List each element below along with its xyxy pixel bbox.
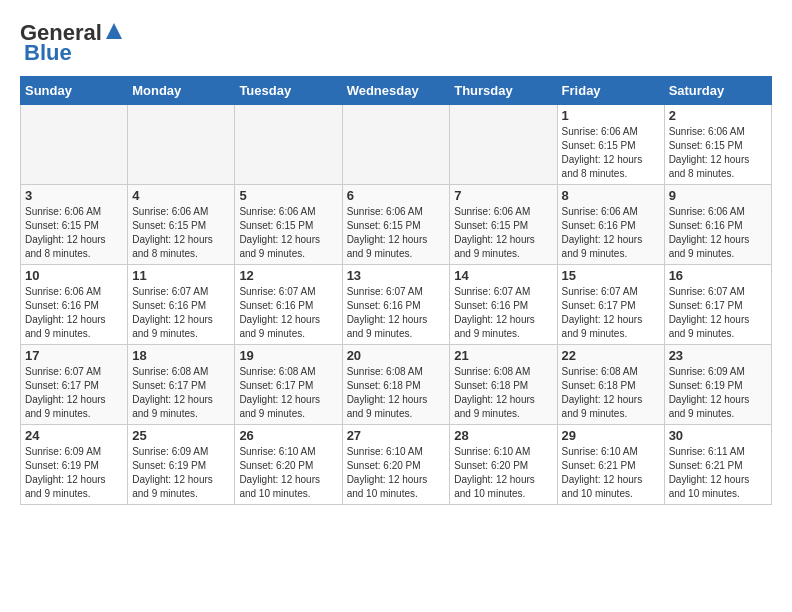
weekday-header-friday: Friday <box>557 77 664 105</box>
calendar-cell: 3Sunrise: 6:06 AM Sunset: 6:15 PM Daylig… <box>21 185 128 265</box>
calendar-cell: 13Sunrise: 6:07 AM Sunset: 6:16 PM Dayli… <box>342 265 450 345</box>
day-info: Sunrise: 6:09 AM Sunset: 6:19 PM Dayligh… <box>25 445 123 501</box>
calendar-cell: 6Sunrise: 6:06 AM Sunset: 6:15 PM Daylig… <box>342 185 450 265</box>
day-info: Sunrise: 6:10 AM Sunset: 6:20 PM Dayligh… <box>454 445 552 501</box>
day-info: Sunrise: 6:07 AM Sunset: 6:17 PM Dayligh… <box>25 365 123 421</box>
calendar-cell: 17Sunrise: 6:07 AM Sunset: 6:17 PM Dayli… <box>21 345 128 425</box>
day-number: 12 <box>239 268 337 283</box>
day-info: Sunrise: 6:08 AM Sunset: 6:18 PM Dayligh… <box>347 365 446 421</box>
day-info: Sunrise: 6:06 AM Sunset: 6:15 PM Dayligh… <box>25 205 123 261</box>
day-number: 18 <box>132 348 230 363</box>
calendar-cell: 14Sunrise: 6:07 AM Sunset: 6:16 PM Dayli… <box>450 265 557 345</box>
day-number: 4 <box>132 188 230 203</box>
day-info: Sunrise: 6:11 AM Sunset: 6:21 PM Dayligh… <box>669 445 767 501</box>
day-number: 15 <box>562 268 660 283</box>
weekday-header-thursday: Thursday <box>450 77 557 105</box>
calendar-cell: 26Sunrise: 6:10 AM Sunset: 6:20 PM Dayli… <box>235 425 342 505</box>
day-number: 1 <box>562 108 660 123</box>
day-number: 14 <box>454 268 552 283</box>
day-number: 7 <box>454 188 552 203</box>
day-info: Sunrise: 6:08 AM Sunset: 6:18 PM Dayligh… <box>454 365 552 421</box>
calendar-cell: 25Sunrise: 6:09 AM Sunset: 6:19 PM Dayli… <box>128 425 235 505</box>
calendar-table: SundayMondayTuesdayWednesdayThursdayFrid… <box>20 76 772 505</box>
day-info: Sunrise: 6:10 AM Sunset: 6:21 PM Dayligh… <box>562 445 660 501</box>
calendar-cell <box>21 105 128 185</box>
day-number: 6 <box>347 188 446 203</box>
calendar-cell: 15Sunrise: 6:07 AM Sunset: 6:17 PM Dayli… <box>557 265 664 345</box>
day-info: Sunrise: 6:10 AM Sunset: 6:20 PM Dayligh… <box>239 445 337 501</box>
day-number: 3 <box>25 188 123 203</box>
day-number: 19 <box>239 348 337 363</box>
day-number: 9 <box>669 188 767 203</box>
day-info: Sunrise: 6:07 AM Sunset: 6:16 PM Dayligh… <box>132 285 230 341</box>
calendar-cell: 29Sunrise: 6:10 AM Sunset: 6:21 PM Dayli… <box>557 425 664 505</box>
day-number: 23 <box>669 348 767 363</box>
day-info: Sunrise: 6:07 AM Sunset: 6:17 PM Dayligh… <box>669 285 767 341</box>
day-info: Sunrise: 6:07 AM Sunset: 6:16 PM Dayligh… <box>454 285 552 341</box>
day-number: 10 <box>25 268 123 283</box>
day-info: Sunrise: 6:06 AM Sunset: 6:16 PM Dayligh… <box>562 205 660 261</box>
calendar-cell: 19Sunrise: 6:08 AM Sunset: 6:17 PM Dayli… <box>235 345 342 425</box>
day-number: 2 <box>669 108 767 123</box>
calendar-cell: 9Sunrise: 6:06 AM Sunset: 6:16 PM Daylig… <box>664 185 771 265</box>
day-info: Sunrise: 6:07 AM Sunset: 6:16 PM Dayligh… <box>239 285 337 341</box>
calendar-cell: 23Sunrise: 6:09 AM Sunset: 6:19 PM Dayli… <box>664 345 771 425</box>
weekday-header-monday: Monday <box>128 77 235 105</box>
day-info: Sunrise: 6:06 AM Sunset: 6:15 PM Dayligh… <box>239 205 337 261</box>
day-number: 22 <box>562 348 660 363</box>
calendar-cell: 8Sunrise: 6:06 AM Sunset: 6:16 PM Daylig… <box>557 185 664 265</box>
day-info: Sunrise: 6:06 AM Sunset: 6:16 PM Dayligh… <box>669 205 767 261</box>
calendar-cell: 30Sunrise: 6:11 AM Sunset: 6:21 PM Dayli… <box>664 425 771 505</box>
day-number: 11 <box>132 268 230 283</box>
day-number: 8 <box>562 188 660 203</box>
day-number: 13 <box>347 268 446 283</box>
day-number: 17 <box>25 348 123 363</box>
day-number: 25 <box>132 428 230 443</box>
logo-icon <box>104 21 124 41</box>
calendar-cell: 28Sunrise: 6:10 AM Sunset: 6:20 PM Dayli… <box>450 425 557 505</box>
calendar-week-5: 24Sunrise: 6:09 AM Sunset: 6:19 PM Dayli… <box>21 425 772 505</box>
calendar-cell: 27Sunrise: 6:10 AM Sunset: 6:20 PM Dayli… <box>342 425 450 505</box>
day-number: 28 <box>454 428 552 443</box>
day-number: 26 <box>239 428 337 443</box>
weekday-header-row: SundayMondayTuesdayWednesdayThursdayFrid… <box>21 77 772 105</box>
day-info: Sunrise: 6:06 AM Sunset: 6:15 PM Dayligh… <box>454 205 552 261</box>
day-number: 29 <box>562 428 660 443</box>
calendar-week-3: 10Sunrise: 6:06 AM Sunset: 6:16 PM Dayli… <box>21 265 772 345</box>
day-number: 30 <box>669 428 767 443</box>
calendar-cell: 20Sunrise: 6:08 AM Sunset: 6:18 PM Dayli… <box>342 345 450 425</box>
calendar-cell: 18Sunrise: 6:08 AM Sunset: 6:17 PM Dayli… <box>128 345 235 425</box>
day-info: Sunrise: 6:07 AM Sunset: 6:17 PM Dayligh… <box>562 285 660 341</box>
weekday-header-sunday: Sunday <box>21 77 128 105</box>
calendar-cell <box>128 105 235 185</box>
day-number: 24 <box>25 428 123 443</box>
day-info: Sunrise: 6:06 AM Sunset: 6:15 PM Dayligh… <box>669 125 767 181</box>
calendar-cell: 21Sunrise: 6:08 AM Sunset: 6:18 PM Dayli… <box>450 345 557 425</box>
calendar-cell: 24Sunrise: 6:09 AM Sunset: 6:19 PM Dayli… <box>21 425 128 505</box>
day-info: Sunrise: 6:09 AM Sunset: 6:19 PM Dayligh… <box>132 445 230 501</box>
day-info: Sunrise: 6:09 AM Sunset: 6:19 PM Dayligh… <box>669 365 767 421</box>
day-info: Sunrise: 6:06 AM Sunset: 6:15 PM Dayligh… <box>347 205 446 261</box>
calendar-cell: 7Sunrise: 6:06 AM Sunset: 6:15 PM Daylig… <box>450 185 557 265</box>
calendar-week-2: 3Sunrise: 6:06 AM Sunset: 6:15 PM Daylig… <box>21 185 772 265</box>
day-info: Sunrise: 6:07 AM Sunset: 6:16 PM Dayligh… <box>347 285 446 341</box>
calendar-cell: 2Sunrise: 6:06 AM Sunset: 6:15 PM Daylig… <box>664 105 771 185</box>
day-info: Sunrise: 6:06 AM Sunset: 6:16 PM Dayligh… <box>25 285 123 341</box>
day-info: Sunrise: 6:08 AM Sunset: 6:18 PM Dayligh… <box>562 365 660 421</box>
day-number: 5 <box>239 188 337 203</box>
calendar-cell: 11Sunrise: 6:07 AM Sunset: 6:16 PM Dayli… <box>128 265 235 345</box>
calendar-cell: 4Sunrise: 6:06 AM Sunset: 6:15 PM Daylig… <box>128 185 235 265</box>
calendar-cell: 1Sunrise: 6:06 AM Sunset: 6:15 PM Daylig… <box>557 105 664 185</box>
calendar-cell: 16Sunrise: 6:07 AM Sunset: 6:17 PM Dayli… <box>664 265 771 345</box>
day-info: Sunrise: 6:06 AM Sunset: 6:15 PM Dayligh… <box>132 205 230 261</box>
weekday-header-tuesday: Tuesday <box>235 77 342 105</box>
calendar-cell <box>235 105 342 185</box>
day-number: 16 <box>669 268 767 283</box>
day-info: Sunrise: 6:06 AM Sunset: 6:15 PM Dayligh… <box>562 125 660 181</box>
calendar-week-1: 1Sunrise: 6:06 AM Sunset: 6:15 PM Daylig… <box>21 105 772 185</box>
day-number: 21 <box>454 348 552 363</box>
day-info: Sunrise: 6:08 AM Sunset: 6:17 PM Dayligh… <box>239 365 337 421</box>
page-header: General Blue <box>20 20 772 66</box>
calendar-cell: 10Sunrise: 6:06 AM Sunset: 6:16 PM Dayli… <box>21 265 128 345</box>
calendar-week-4: 17Sunrise: 6:07 AM Sunset: 6:17 PM Dayli… <box>21 345 772 425</box>
